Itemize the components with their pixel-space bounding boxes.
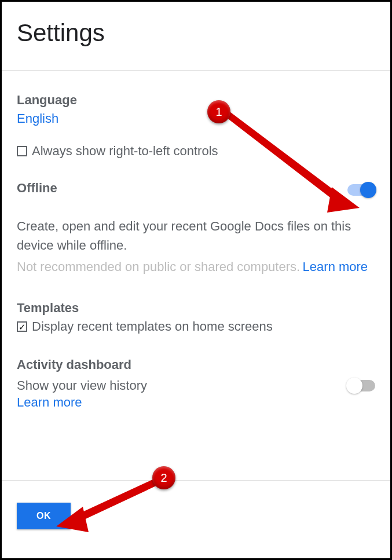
offline-label: Offline	[17, 181, 57, 196]
toggle-knob-icon	[346, 378, 362, 394]
dialog-footer: OK	[2, 480, 390, 558]
ok-button[interactable]: OK	[17, 503, 71, 529]
settings-header: Settings	[2, 2, 390, 70]
activity-label: Activity dashboard	[17, 357, 375, 372]
rtl-checkbox-row: Always show right-to-left controls	[17, 144, 375, 159]
annotation-badge-1: 1	[207, 100, 230, 123]
templates-label: Templates	[17, 301, 375, 316]
offline-header-row: Offline	[17, 181, 375, 199]
offline-toggle[interactable]	[347, 184, 375, 196]
activity-description: Show your view history	[17, 376, 147, 395]
activity-section: Activity dashboard Show your view histor…	[17, 357, 375, 410]
toggle-knob-icon	[360, 182, 376, 198]
offline-description: Create, open and edit your recent Google…	[17, 217, 375, 255]
offline-warning-row: Not recommended on public or shared comp…	[17, 259, 375, 274]
templates-checkbox-label: Display recent templates on home screens	[32, 319, 273, 334]
activity-learn-more-link[interactable]: Learn more	[17, 395, 82, 409]
language-value-link[interactable]: English	[17, 111, 58, 126]
templates-section: Templates Display recent templates on ho…	[17, 301, 375, 334]
language-section: Language English Always show right-to-le…	[17, 93, 375, 159]
annotation-badge-2: 2	[152, 466, 175, 489]
language-label: Language	[17, 93, 375, 108]
activity-toggle[interactable]	[347, 380, 375, 391]
page-title: Settings	[17, 19, 375, 47]
activity-row: Show your view history	[17, 376, 375, 395]
settings-content: Language English Always show right-to-le…	[2, 71, 390, 410]
offline-learn-more-link[interactable]: Learn more	[303, 259, 368, 274]
templates-checkbox-row: Display recent templates on home screens	[17, 319, 375, 334]
offline-warning: Not recommended on public or shared comp…	[17, 259, 300, 274]
rtl-checkbox[interactable]	[17, 146, 27, 156]
offline-section: Offline Create, open and edit your recen…	[17, 181, 375, 274]
rtl-checkbox-label: Always show right-to-left controls	[32, 144, 218, 159]
templates-checkbox[interactable]	[17, 321, 27, 332]
